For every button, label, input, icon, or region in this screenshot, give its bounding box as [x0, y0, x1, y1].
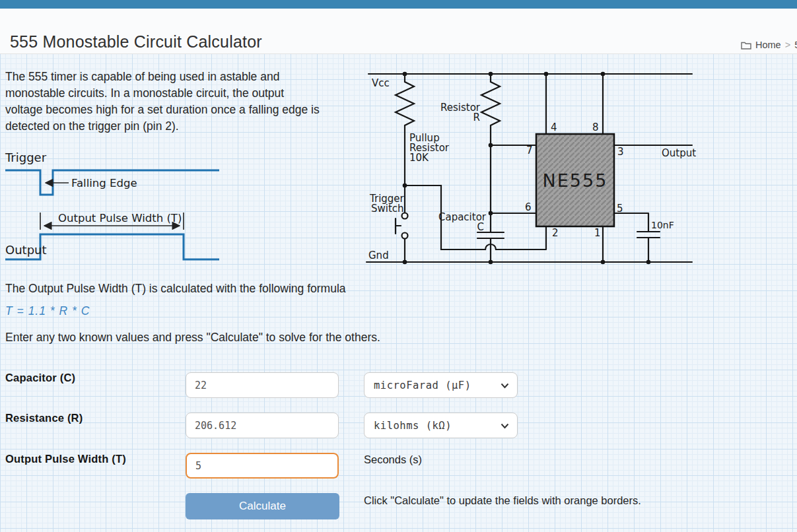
timing-capacitor [477, 232, 504, 262]
breadcrumb-separator: > [785, 40, 790, 50]
pulse-width-unit-label: Seconds (s) [364, 453, 422, 466]
pullup-label-3: 10K [409, 152, 429, 164]
pin1-label: 1 [594, 227, 601, 239]
formula-equation: T = 1.1 * R * C [5, 304, 90, 318]
pin6-label: 6 [525, 201, 532, 213]
header: 555 Monostable Circuit Calculator Home >… [0, 9, 797, 54]
formula-description: The Output Pulse Width (T) is calculated… [5, 282, 346, 296]
trigger-waveform-label: Trigger [5, 150, 47, 164]
pin5-label: 5 [617, 203, 623, 215]
capacitor-label-2: C [477, 221, 484, 233]
calculate-note: Click "Calculate" to update the fields w… [364, 494, 641, 507]
ne555-chip-label: NE555 [543, 170, 608, 191]
falling-edge-label: Falling Edge [71, 177, 137, 189]
intro-paragraph: The 555 timer is capable of being used i… [5, 69, 320, 135]
switch-label-2: Switch [371, 203, 404, 215]
pin4-label: 4 [551, 121, 557, 133]
pulse-width-label: Output Pulse Width (T) [5, 453, 126, 465]
gnd-label: Gnd [368, 249, 389, 261]
timing-resistor [481, 74, 500, 232]
pulse-width-input[interactable] [186, 453, 339, 479]
bypass-cap-label: 10nF [651, 220, 674, 230]
resistance-label: Resistance (R) [5, 412, 83, 424]
top-accent-bar [0, 0, 797, 9]
output-label: Output [662, 147, 696, 159]
resistance-unit-value: kilohms (kΩ) [374, 420, 452, 432]
switch-contact-bottom [402, 233, 408, 239]
calculate-button[interactable]: Calculate [186, 493, 339, 519]
capacitor-input[interactable] [186, 372, 339, 398]
breadcrumb-home-link[interactable]: Home [755, 40, 781, 50]
page: 555 Monostable Circuit Calculator Home >… [0, 0, 797, 532]
breadcrumb-current: 55 [794, 40, 797, 50]
output-waveform-label: Output [5, 243, 47, 257]
resistor-label-2: R [473, 112, 480, 123]
folder-icon [741, 41, 751, 50]
chevron-down-icon [501, 423, 509, 429]
pin7-label: 7 [526, 145, 533, 156]
switch-actuator [396, 218, 401, 234]
breadcrumb: Home > 55 [741, 40, 797, 50]
resistance-unit-select[interactable]: kilohms (kΩ) [364, 413, 518, 438]
capacitor-label: Capacitor (C) [5, 372, 75, 384]
waveform-diagram: Trigger Falling Edge Output Pulse Width … [0, 149, 225, 267]
circuit-schematic: Vcc Gnd Pullup Resistor 10K Resistor R T… [363, 63, 700, 271]
capacitor-unit-value: microFarad (μF) [374, 380, 471, 391]
resistance-input[interactable] [186, 413, 339, 438]
pin3-label: 3 [617, 146, 624, 158]
formula-instruction: Enter any two known values and press "Ca… [5, 331, 380, 345]
pin2-label: 2 [552, 227, 559, 239]
vcc-label: Vcc [372, 77, 390, 89]
pulse-width-label: Output Pulse Width (T) [58, 212, 182, 224]
page-title: 555 Monostable Circuit Calculator [10, 32, 262, 51]
capacitor-unit-select[interactable]: microFarad (μF) [364, 372, 518, 398]
pin8-label: 8 [592, 121, 599, 133]
chevron-down-icon [501, 383, 509, 389]
